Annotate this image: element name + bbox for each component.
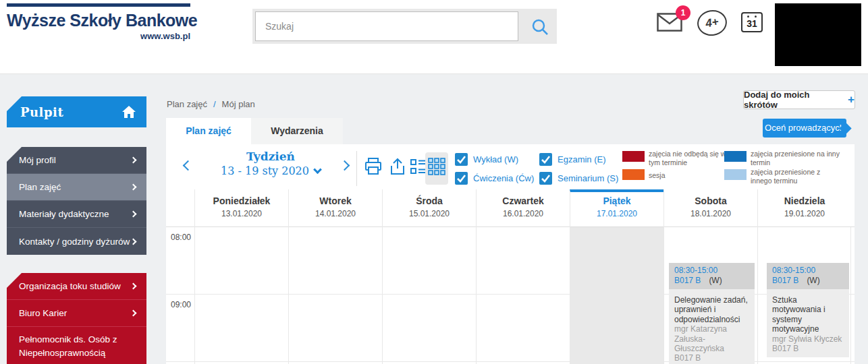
legend-label-moved-to: zajęcia przeniesione na inny termin [751,150,840,166]
day-header-saturday: Sobota 18.01.2020 [663,189,757,227]
chevron-right-icon [130,283,137,290]
check-icon [539,153,552,166]
checkbox-lecture[interactable] [455,153,468,166]
previous-week-button[interactable] [183,160,194,171]
check-icon [455,172,468,185]
column-monday [194,227,288,364]
filter-label-exercises[interactable]: Ćwiczenia (Ćw) [473,172,534,185]
breadcrumb: Plan zajęć/Mój plan [167,99,255,109]
printer-glyph [364,158,382,175]
add-to-shortcuts-label: Dodaj do moich skrótów [744,90,844,110]
filter-label-exam[interactable]: Egzamin (E) [558,153,606,166]
event-body: Sztuka motywowania i systemy motywacyjne… [767,289,849,357]
event-header: 08:30-15:00 B017 B(W) [669,263,755,289]
magnifier-glyph [531,18,549,36]
chevron-right-icon [130,238,137,245]
event-time: 08:30-15:00 [772,266,844,276]
search-input[interactable] [255,11,518,41]
legend-swatch-moved-to [724,151,747,162]
plus-icon: + [848,93,855,107]
chevron-right-icon [130,211,137,218]
sidebar-item-contacts-office-hours[interactable]: Kontakty / godziny dyżurów [7,228,146,255]
chevron-right-icon [130,157,137,164]
tab-events[interactable]: Wydarzenia [251,118,343,144]
breadcrumb-current[interactable]: Mój plan [222,99,255,109]
chevron-down-icon [313,165,322,174]
rate-lecturers-button[interactable]: Oceń prowadzących [763,119,846,138]
column-wednesday [382,227,476,364]
home-icon [122,106,136,118]
tab-bar: Plan zajęć Wydarzenia [166,118,343,144]
check-icon [539,172,552,185]
dashboard-label: Pulpit [20,105,63,119]
sidebar-item-my-profile[interactable]: Mój profil [7,147,146,174]
event-room: B017 B [674,276,701,285]
export-icon[interactable] [389,158,406,175]
wsb-student-portal: { "header": { "logo_title": "Wyższe Szko… [0,0,868,364]
logo-title: Wyższe Szkoły Bankowe [7,11,190,30]
logo-subtitle: www.wsb.pl [7,31,190,41]
checkbox-exam[interactable] [539,153,552,166]
sidebar-item-teaching-materials[interactable]: Materiały dydaktyczne [7,201,146,228]
calendar-grid: 08:00 09:00 08:30-15:00 B017 B(W) Delego… [166,227,855,364]
user-profile-photo[interactable] [775,3,861,66]
column-friday-today [570,227,663,364]
grades-icon[interactable]: 4+ [695,8,728,38]
checkbox-seminar[interactable] [539,172,552,185]
toolbar-divider [356,151,357,186]
menu-item-label: Kontakty / godziny dyżurów [19,237,130,247]
wsb-logo[interactable]: Wyższe Szkoły Bankowe www.wsb.pl [7,3,190,41]
sidebar-main-menu: Mój profil Plan zajęć Materiały dydaktyc… [7,147,146,255]
add-to-shortcuts-button[interactable]: Dodaj do moich skrótów + [743,90,855,109]
day-header-thursday: Czwartek 16.01.2020 [476,189,570,227]
filter-label-lecture[interactable]: Wykład (W) [473,153,518,166]
breadcrumb-separator: / [213,99,216,109]
sidebar-item-dashboard[interactable]: Pulpit [7,96,146,127]
legend-label-moved-from: zajęcia przeniesione z innego terminu [751,168,840,185]
column-tuesday [288,227,382,364]
tab-class-schedule[interactable]: Plan zajęć [166,118,251,144]
event-title: Sztuka motywowania i systemy motywacyjne [772,295,844,334]
sidebar-item-study-organization[interactable]: Organizacja toku studiów [7,273,146,300]
menu-item-label: Biuro Karier [19,308,67,318]
calendar-day-header-row: Poniedziałek 13.01.2020 Wtorek 14.01.202… [166,189,855,227]
day-header-wednesday: Środa 15.01.2020 [382,189,476,227]
event-body: Delegowanie zadań, uprawnień i odpowiedz… [669,289,755,364]
share-glyph [389,158,406,175]
schedule-panel: Tydzień 13 - 19 sty 2020 [166,144,855,364]
print-icon[interactable] [364,158,382,175]
chevron-right-icon [130,184,137,191]
menu-item-label: Organizacja toku studiów [19,281,121,291]
breadcrumb-parent[interactable]: Plan zajęć [167,99,207,109]
column-thursday [476,227,570,364]
sidebar-item-disability-advocate[interactable]: Pełnomocnik ds. Osób z Niepełnosprawnośc… [7,327,146,364]
calendar-icon-number: 31 [747,18,757,29]
day-header-friday-today: Piątek 17.01.2020 [570,189,663,227]
menu-item-label: Mój profil [19,155,56,165]
event-saturday-lecture[interactable]: 08:30-15:00 B017 B(W) Delegowanie zadań,… [669,263,755,364]
search-icon[interactable] [531,17,551,37]
menu-item-label: Materiały dydaktyczne [19,209,109,219]
sidebar: Pulpit Mój profil Plan zajęć Materiały d… [7,96,146,364]
time-label-0900: 09:00 [171,300,191,309]
menu-item-label: Pełnomocnik ds. Osób z Niepełnosprawnośc… [19,333,134,361]
week-title: Tydzień [207,150,335,163]
check-icon [455,153,468,166]
calendar-icon[interactable]: 31 [741,12,763,32]
week-selector[interactable]: Tydzień 13 - 19 sty 2020 [207,150,335,177]
legend-swatch-moved-from [724,169,747,180]
week-range-dropdown: 13 - 19 sty 2020 [207,164,335,177]
grid-view-icon[interactable] [428,158,445,175]
filter-label-seminar[interactable]: Seminarium (S) [558,172,618,185]
event-sunday-lecture[interactable]: 08:30-15:00 B017 B(W) Sztuka motywowania… [767,263,849,364]
sidebar-item-career-office[interactable]: Biuro Karier [7,300,146,327]
checkbox-exercises[interactable] [455,172,468,185]
unread-messages-badge: 1 [676,5,690,20]
day-header-tuesday: Wtorek 14.01.2020 [288,189,382,227]
messages-icon[interactable]: 1 [657,13,684,33]
next-week-button[interactable] [340,160,350,171]
event-type-code: (W) [709,276,722,285]
sidebar-item-class-schedule[interactable]: Plan zajęć [7,174,146,201]
grid-glyph [428,158,445,175]
search-bar [252,9,557,44]
